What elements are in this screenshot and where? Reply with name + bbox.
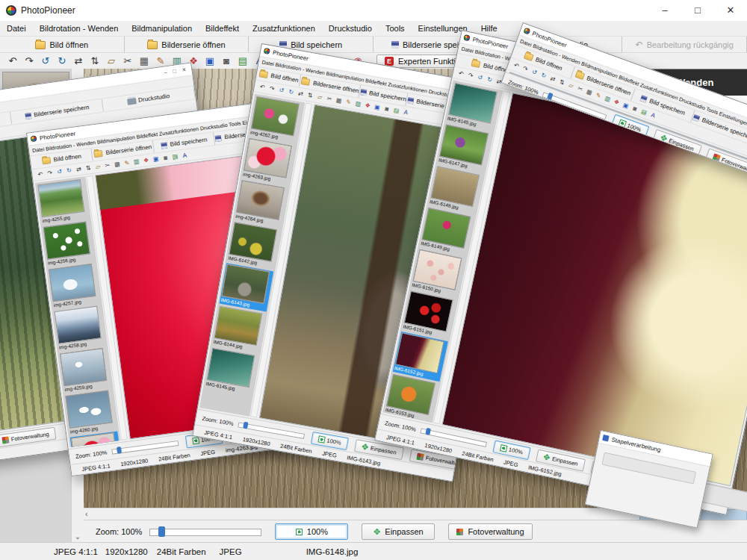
text-icon[interactable]: A: [400, 106, 412, 118]
app-logo-icon: [264, 48, 270, 55]
bild-öffnen-label: Bild öffnen: [49, 40, 88, 49]
bilderserie-öffnen-label: Bilderserie öffnen: [161, 40, 225, 49]
einpassen-label: Einpassen: [370, 444, 397, 455]
status-field-4: IMG-6148.jpg: [306, 547, 359, 556]
child-thumb-img-4260-jpg[interactable]: img-4260.jpg: [64, 389, 117, 436]
child-thumb-img-6152-jpg[interactable]: IMG-6152.jpg: [393, 332, 448, 382]
maximize-button[interactable]: □: [681, 0, 714, 21]
camera-icon[interactable]: ◙: [218, 54, 235, 69]
toolbar-button-icon: [640, 95, 648, 102]
rotate-left-icon[interactable]: ↶: [4, 54, 21, 69]
zoom-100-icon: [500, 444, 508, 452]
bild-speichern-label: Bild speichern: [291, 40, 342, 49]
status-field-1: 1920x1280: [120, 457, 149, 467]
shear-icon[interactable]: ▱: [103, 54, 120, 69]
toolbar-button-icon: [258, 70, 268, 78]
menu-bar: DateiBildrotation - WendenBildmanipulati…: [0, 21, 747, 36]
zoom-slider[interactable]: [149, 526, 261, 538]
menu-item-tools[interactable]: Tools: [379, 24, 412, 33]
fotoverwaltung-button[interactable]: Fotoverwaltung: [448, 523, 532, 540]
minimize-button[interactable]: –: [648, 0, 681, 21]
child-thumb-img-6150-jpg[interactable]: IMG-6150.jpg: [410, 249, 465, 299]
child-window-controls[interactable]: – □ ✕: [164, 66, 192, 76]
status-field-0: JPEG 4:1:1: [81, 462, 111, 473]
menu-item-bildmanipulation[interactable]: Bildmanipulation: [125, 24, 199, 33]
photo-grid-icon: [1, 436, 9, 444]
einpassen-button[interactable]: ✥ Einpassen: [362, 523, 435, 540]
child-thumb-img-4264-jpg[interactable]: img-4264.jpg: [234, 179, 288, 228]
toolbar-button-label: Bild öffnen: [53, 153, 82, 164]
menu-item-hilfe[interactable]: Hilfe: [474, 24, 504, 33]
flip-horizontal-icon[interactable]: ⇄: [70, 54, 87, 69]
bilderserie-öffnen-button[interactable]: Bilderserie öffnen: [125, 37, 249, 53]
photo-grid-icon: [456, 529, 463, 535]
bearbeitung-rückgängig-button[interactable]: ↶Bearbeitung rückgängig: [622, 37, 747, 53]
status-bar: JPEG 4:1:11920x128024Bit FarbenJPEGIMG-6…: [0, 542, 747, 560]
main-toolbar: Bild öffnenBilderserie öffnenBild speich…: [0, 36, 747, 53]
status-field-1: 1920x1280: [105, 547, 148, 556]
flip-vertical-icon[interactable]: ⇅: [87, 54, 103, 69]
photo-grid-icon: [713, 153, 722, 162]
bild-öffnen-button[interactable]: Bild öffnen: [0, 37, 125, 53]
menu-item-bildeffekt[interactable]: Bildeffekt: [199, 24, 246, 33]
slider-track: [149, 529, 261, 536]
toolbar-button-icon: [524, 52, 534, 61]
zoom-100-label: 100%: [326, 437, 341, 446]
menu-item-datei[interactable]: Datei: [0, 24, 33, 33]
frame-icon[interactable]: ▤: [235, 54, 251, 69]
image-icon[interactable]: ▣: [202, 54, 218, 69]
rotate-right-icon[interactable]: ↷: [21, 54, 37, 69]
child-thumb-img-6142-jpg[interactable]: IMG-6142.jpg: [227, 221, 282, 270]
menu-item-bildrotation-wenden[interactable]: Bildrotation - Wenden: [33, 24, 125, 33]
child-thumb-img-6143-jpg[interactable]: IMG-6143.jpg: [220, 263, 274, 311]
toolbar-button-icon: [692, 114, 700, 122]
scroll-left-icon[interactable]: ‹: [85, 509, 88, 518]
scroll-down-icon[interactable]: ⌄: [72, 532, 84, 541]
status-field-1: 1920x1280: [242, 435, 270, 447]
rotate-90-right-icon[interactable]: ↻: [54, 54, 70, 69]
menu-item-druckstudio[interactable]: Druckstudio: [322, 24, 379, 33]
app-logo-icon: [6, 5, 16, 16]
status-field-0: JPEG 4:1:1: [204, 429, 233, 441]
einpassen-label: Einpassen: [385, 527, 423, 536]
rotate-90-left-icon[interactable]: ↺: [37, 54, 54, 69]
child-thumb-img-4255-jpg[interactable]: img-4255.jpg: [37, 178, 90, 225]
child-thumb-img-4263-jpg[interactable]: img-4263.jpg: [241, 137, 296, 186]
slider-thumb[interactable]: [116, 447, 121, 454]
thumbnail-image: [37, 179, 84, 217]
status-field-0: JPEG 4:1:1: [54, 547, 98, 556]
fotoverwaltung-label: Fotoverwaltung: [468, 527, 524, 536]
child-thumb-img-6148-jpg[interactable]: IMG-6148.jpg: [428, 165, 483, 215]
child-thumb-img-4262-jpg[interactable]: img-4262.jpg: [249, 96, 303, 144]
crop-icon[interactable]: ▦: [136, 54, 152, 69]
title-bar: PhotoPioneer – □ ✕: [0, 0, 747, 22]
fit-arrows-icon: ✥: [542, 452, 551, 461]
child-thumb-img-6149-jpg[interactable]: IMG-6149.jpg: [419, 207, 474, 257]
text-icon[interactable]: A: [179, 149, 190, 161]
child-thumb-img-4259-jpg[interactable]: img-4259.jpg: [59, 346, 112, 393]
zoom-100-button[interactable]: 100%: [275, 523, 348, 540]
child-thumb-img-6147-jpg[interactable]: IMG-6147.jpg: [437, 123, 492, 173]
app-title: PhotoPioneer: [21, 5, 75, 16]
toolbar-button-icon: [25, 113, 31, 119]
app-logo-icon: [31, 135, 37, 142]
child-thumb-img-6145-jpg[interactable]: IMG-6145.jpg: [446, 82, 501, 132]
child-thumb-img-4257-jpg[interactable]: img-4257.jpg: [48, 262, 101, 309]
toolbar-button-icon: [360, 89, 367, 96]
child-thumb-img-6144-jpg[interactable]: IMG-6144.jpg: [212, 305, 267, 353]
child-thumb-img-6151-jpg[interactable]: IMG-6151.jpg: [402, 290, 457, 340]
close-button[interactable]: ✕: [714, 0, 747, 21]
status-field-3: JPEG: [200, 448, 216, 456]
toolbar-button-icon: [94, 150, 103, 158]
dialog-icon: [602, 435, 609, 441]
slider-thumb[interactable]: [158, 526, 165, 537]
toolbar-button-icon: [575, 71, 586, 80]
child-thumb-img-4256-jpg[interactable]: img-4256.jpg: [43, 220, 96, 267]
child-thumb-img-6145-jpg[interactable]: IMG-6145.jpg: [205, 347, 259, 396]
zoom-100-icon: [317, 435, 325, 443]
cut-icon[interactable]: ✂: [120, 54, 136, 69]
zoom-label: Zoom: 100%: [202, 414, 234, 426]
status-field-2: 24Bit Farben: [157, 547, 206, 556]
menu-item-zusatzfunktionen[interactable]: Zusatzfunktionen: [246, 24, 322, 33]
child-thumb-img-4258-jpg[interactable]: img-4258.jpg: [53, 305, 106, 352]
